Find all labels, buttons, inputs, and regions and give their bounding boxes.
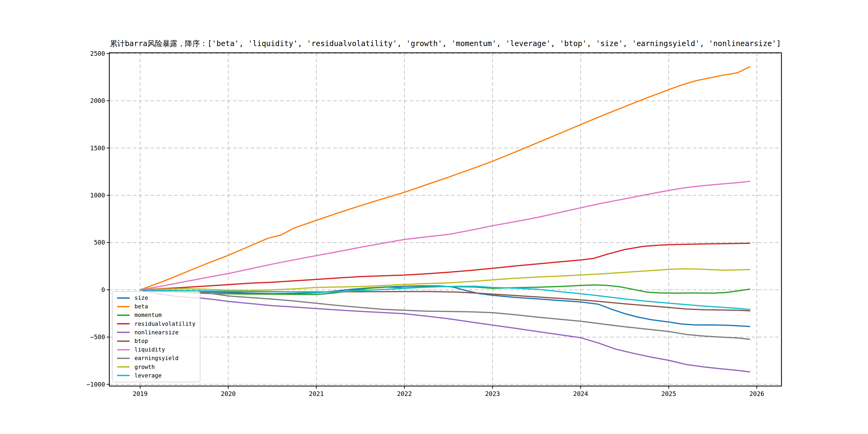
legend-label-nonlinearsize: nonlinearsize — [134, 329, 179, 336]
legend-swatch-beta — [117, 306, 130, 307]
y-tick-label-1500: 1500 — [90, 145, 105, 152]
legend-item-growth: growth — [113, 364, 200, 370]
y-tick-label-500: 500 — [94, 239, 105, 246]
legend-item-momentum: momentum — [113, 312, 200, 318]
legend: sizebetamomentumresidualvolatilitynonlin… — [112, 291, 200, 382]
legend-label-size: size — [134, 295, 148, 301]
x-tick-label-2023: 2023 — [485, 390, 500, 397]
x-tick-label-2019: 2019 — [133, 390, 147, 397]
legend-label-momentum: momentum — [134, 312, 161, 318]
legend-item-size: size — [113, 295, 200, 301]
legend-swatch-earningsyield — [117, 358, 130, 359]
legend-swatch-size — [117, 298, 130, 299]
legend-label-growth: growth — [134, 364, 155, 370]
legend-item-nonlinearsize: nonlinearsize — [113, 329, 200, 336]
legend-item-leverage: leverage — [113, 372, 200, 379]
legend-swatch-residualvolatility — [117, 323, 130, 324]
legend-label-residualvolatility: residualvolatility — [134, 321, 195, 327]
legend-label-liquidity: liquidity — [134, 346, 165, 353]
legend-item-liquidity: liquidity — [113, 346, 200, 353]
legend-swatch-nonlinearsize — [117, 332, 130, 333]
figure-canvas: 20192020202120222023202420252026−1000−50… — [0, 0, 868, 434]
legend-label-beta: beta — [134, 303, 148, 310]
x-tick-label-2022: 2022 — [397, 390, 412, 397]
y-tick-label-1000: 1000 — [90, 192, 105, 199]
legend-swatch-liquidity — [117, 349, 130, 350]
grid — [109, 53, 781, 386]
y-tick-label--500: −500 — [90, 334, 105, 341]
axes-spines — [109, 53, 781, 386]
legend-item-beta: beta — [113, 303, 200, 310]
legend-label-leverage: leverage — [134, 372, 161, 379]
y-tick-label-2500: 2500 — [90, 50, 105, 57]
x-tick-label-2021: 2021 — [309, 390, 323, 397]
legend-swatch-momentum — [117, 314, 130, 316]
series-liquidity — [140, 181, 750, 290]
legend-label-btop: btop — [134, 338, 148, 344]
y-tick-label-2000: 2000 — [90, 97, 105, 104]
ticks — [106, 54, 757, 389]
legend-swatch-btop — [117, 341, 130, 342]
x-tick-label-2024: 2024 — [573, 390, 588, 397]
y-tick-label-0: 0 — [101, 286, 105, 293]
x-tick-label-2025: 2025 — [661, 390, 676, 397]
series-earningsyield — [140, 290, 750, 339]
y-tick-label--1000: −1000 — [87, 381, 105, 388]
legend-label-earningsyield: earningsyield — [134, 355, 179, 362]
legend-item-residualvolatility: residualvolatility — [113, 321, 200, 327]
legend-item-btop: btop — [113, 338, 200, 344]
series-beta — [140, 67, 750, 290]
legend-swatch-growth — [117, 366, 130, 368]
legend-item-earningsyield: earningsyield — [113, 355, 200, 362]
legend-swatch-leverage — [117, 375, 130, 376]
chart-title: 累计barra风险暴露，降序：['beta', 'liquidity', 're… — [109, 39, 781, 48]
x-tick-label-2020: 2020 — [221, 390, 236, 397]
x-tick-label-2026: 2026 — [749, 390, 764, 397]
